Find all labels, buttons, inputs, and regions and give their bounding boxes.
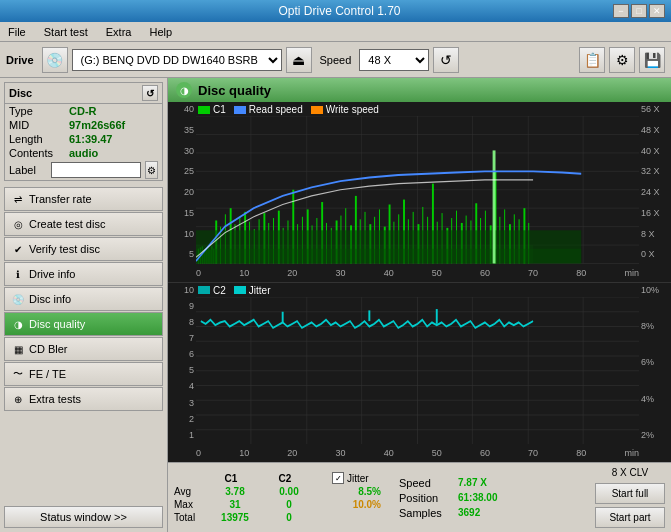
copy-button[interactable]: 📋 — [579, 47, 605, 73]
close-button[interactable]: ✕ — [649, 4, 665, 18]
settings-button[interactable]: ⚙ — [609, 47, 635, 73]
sidebar-item-disc-info[interactable]: 💿 Disc info — [4, 287, 163, 311]
disc-label-input[interactable] — [51, 162, 141, 178]
sidebar-item-cd-bler[interactable]: ▦ CD Bler — [4, 337, 163, 361]
avg-label: Avg — [174, 486, 206, 497]
total-label: Total — [174, 512, 206, 523]
refresh-button[interactable]: ↺ — [433, 47, 459, 73]
speed-info-row: Speed 7.87 X — [399, 477, 497, 489]
sidebar: Disc ↺ Type CD-R MID 97m26s66f Length 61… — [0, 78, 168, 532]
disc-section: Disc ↺ Type CD-R MID 97m26s66f Length 61… — [4, 82, 163, 181]
position-info-value: 61:38.00 — [458, 492, 497, 503]
drive-info-icon: ℹ — [11, 267, 25, 281]
write-speed-color — [311, 106, 323, 114]
jitter-label: Jitter — [347, 473, 369, 484]
drive-select[interactable]: (G:) BENQ DVD DD DW1640 BSRB — [72, 49, 282, 71]
speed-info-value: 7.87 X — [458, 477, 487, 488]
toolbar: Drive 💿 (G:) BENQ DVD DD DW1640 BSRB ⏏ S… — [0, 42, 671, 78]
c2-color — [198, 286, 210, 294]
sidebar-item-create-test-disc[interactable]: ◎ Create test disc — [4, 212, 163, 236]
samples-info-row: Samples 3692 — [399, 507, 497, 519]
speed-info-label: Speed — [399, 477, 454, 489]
disc-type-value: CD-R — [69, 105, 158, 117]
chart-container: C1 Read speed Write speed 40 35 30 — [168, 102, 671, 462]
avg-c2: 0.00 — [264, 486, 314, 497]
x-axis-bottom: 0 10 20 30 40 50 60 70 80 min — [196, 444, 639, 462]
chart-top-legend: C1 Read speed Write speed — [198, 104, 379, 115]
verify-test-disc-icon: ✔ — [11, 242, 25, 256]
title-bar: Opti Drive Control 1.70 − □ ✕ — [0, 0, 671, 22]
create-test-disc-icon: ◎ — [11, 217, 25, 231]
disc-refresh-button[interactable]: ↺ — [142, 85, 158, 101]
status-window-button[interactable]: Status window >> — [4, 506, 163, 528]
x-axis-top: 0 10 20 30 40 50 60 70 80 min — [196, 264, 639, 282]
legend-write-speed: Write speed — [311, 104, 379, 115]
jitter-color — [234, 286, 246, 294]
legend-c2-label: C2 — [213, 285, 226, 296]
window-controls[interactable]: − □ ✕ — [613, 4, 665, 18]
stats-c1-header: C1 — [206, 473, 256, 484]
fe-te-icon: 〜 — [11, 367, 25, 381]
disc-quality-icon: ◑ — [11, 317, 25, 331]
legend-jitter-label: Jitter — [249, 285, 271, 296]
position-info-row: Position 61:38.00 — [399, 492, 497, 504]
chart-top-area — [196, 116, 639, 264]
max-c2: 0 — [264, 499, 314, 510]
stats-c2-header: C2 — [260, 473, 310, 484]
drive-label: Drive — [6, 54, 34, 66]
nav-list: ⇌ Transfer rate ◎ Create test disc ✔ Ver… — [4, 187, 163, 411]
legend-read-speed: Read speed — [234, 104, 303, 115]
sidebar-item-label-extra-tests: Extra tests — [29, 393, 81, 405]
sidebar-item-label-drive-info: Drive info — [29, 268, 75, 280]
menu-bar: File Start test Extra Help — [0, 22, 671, 42]
disc-length-row: Length 61:39.47 — [5, 132, 162, 146]
avg-c1: 3.78 — [210, 486, 260, 497]
disc-quality-header-icon: ◑ — [176, 82, 192, 98]
extra-tests-icon: ⊕ — [11, 392, 25, 406]
save-button[interactable]: 💾 — [639, 47, 665, 73]
content-area: ◑ Disc quality C1 Read speed — [168, 78, 671, 532]
disc-header: Disc ↺ — [5, 83, 162, 104]
menu-help[interactable]: Help — [145, 24, 176, 40]
sidebar-item-disc-quality[interactable]: ◑ Disc quality — [4, 312, 163, 336]
avg-jitter: 8.5% — [336, 486, 381, 497]
sidebar-item-extra-tests[interactable]: ⊕ Extra tests — [4, 387, 163, 411]
maximize-button[interactable]: □ — [631, 4, 647, 18]
main-layout: Disc ↺ Type CD-R MID 97m26s66f Length 61… — [0, 78, 671, 532]
sidebar-item-label-transfer-rate: Transfer rate — [29, 193, 92, 205]
legend-c2: C2 — [198, 285, 226, 296]
disc-info-icon: 💿 — [11, 292, 25, 306]
sidebar-item-label-disc-info: Disc info — [29, 293, 71, 305]
sidebar-item-label-create-test-disc: Create test disc — [29, 218, 105, 230]
sidebar-item-transfer-rate[interactable]: ⇌ Transfer rate — [4, 187, 163, 211]
sidebar-item-fe-te[interactable]: 〜 FE / TE — [4, 362, 163, 386]
menu-start-test[interactable]: Start test — [40, 24, 92, 40]
sidebar-item-drive-info[interactable]: ℹ Drive info — [4, 262, 163, 286]
menu-file[interactable]: File — [4, 24, 30, 40]
eject-button[interactable]: ⏏ — [286, 47, 312, 73]
chart-c1: C1 Read speed Write speed 40 35 30 — [168, 102, 671, 283]
svg-rect-94 — [493, 150, 496, 263]
y-axis-left-bottom: 10 9 8 7 6 5 4 3 2 1 — [168, 283, 196, 443]
y-axis-left-top: 40 35 30 25 20 15 10 5 — [168, 102, 196, 262]
chart-top-svg — [196, 116, 639, 264]
samples-info-label: Samples — [399, 507, 454, 519]
sidebar-item-label-fe-te: FE / TE — [29, 368, 66, 380]
disc-contents-value: audio — [69, 147, 158, 159]
disc-header-label: Disc — [9, 87, 32, 99]
drive-icon: 💿 — [42, 47, 68, 73]
disc-type-label: Type — [9, 105, 69, 117]
minimize-button[interactable]: − — [613, 4, 629, 18]
stats-row: C1 C2 ✓ Jitter Avg 3.78 0.00 8.5% Ma — [168, 462, 671, 532]
speed-select[interactable]: 48 X — [359, 49, 429, 71]
start-part-button[interactable]: Start part — [595, 507, 665, 528]
label-settings-button[interactable]: ⚙ — [145, 161, 158, 179]
jitter-checkbox[interactable]: ✓ — [332, 472, 344, 484]
y-axis-right-bottom: 10% 8% 6% 4% 2% — [639, 283, 671, 443]
menu-extra[interactable]: Extra — [102, 24, 136, 40]
sidebar-item-verify-test-disc[interactable]: ✔ Verify test disc — [4, 237, 163, 261]
disc-quality-title: Disc quality — [198, 83, 271, 98]
start-full-button[interactable]: Start full — [595, 483, 665, 504]
disc-label-row: Label ⚙ — [5, 160, 162, 180]
chart-bottom-legend: C2 Jitter — [198, 285, 270, 296]
